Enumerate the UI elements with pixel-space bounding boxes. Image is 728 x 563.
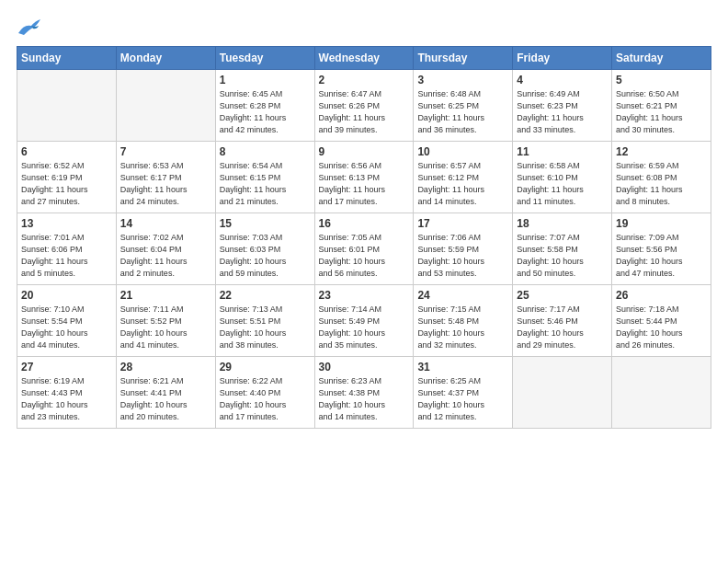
day-number: 15 <box>220 217 311 230</box>
day-info: Sunrise: 6:50 AM Sunset: 6:21 PM Dayligh… <box>616 88 707 136</box>
day-number: 11 <box>517 145 608 158</box>
calendar-cell: 5Sunrise: 6:50 AM Sunset: 6:21 PM Daylig… <box>612 70 711 142</box>
day-info: Sunrise: 7:06 AM Sunset: 5:59 PM Dayligh… <box>417 232 508 280</box>
day-number: 2 <box>319 74 410 86</box>
day-info: Sunrise: 6:47 AM Sunset: 6:26 PM Dayligh… <box>319 88 410 136</box>
logo-icon <box>17 17 42 37</box>
day-number: 27 <box>21 361 112 373</box>
calendar-cell: 26Sunrise: 7:18 AM Sunset: 5:44 PM Dayli… <box>612 285 711 357</box>
day-number: 26 <box>616 289 707 302</box>
calendar-cell: 12Sunrise: 6:59 AM Sunset: 6:08 PM Dayli… <box>612 142 711 213</box>
day-number: 3 <box>417 74 508 86</box>
day-info: Sunrise: 6:19 AM Sunset: 4:43 PM Dayligh… <box>21 375 112 423</box>
day-info: Sunrise: 6:22 AM Sunset: 4:40 PM Dayligh… <box>220 375 311 423</box>
calendar-cell: 13Sunrise: 7:01 AM Sunset: 6:06 PM Dayli… <box>17 213 117 285</box>
day-info: Sunrise: 6:59 AM Sunset: 6:08 PM Dayligh… <box>616 160 707 208</box>
col-header-monday: Monday <box>116 47 215 70</box>
day-info: Sunrise: 7:13 AM Sunset: 5:51 PM Dayligh… <box>220 304 311 351</box>
logo <box>17 17 46 37</box>
day-number: 25 <box>517 289 608 302</box>
calendar-cell: 2Sunrise: 6:47 AM Sunset: 6:26 PM Daylig… <box>314 70 414 142</box>
day-number: 19 <box>616 217 707 230</box>
day-number: 31 <box>417 361 508 373</box>
calendar-cell: 29Sunrise: 6:22 AM Sunset: 4:40 PM Dayli… <box>215 357 314 429</box>
calendar-cell: 4Sunrise: 6:49 AM Sunset: 6:23 PM Daylig… <box>513 70 612 142</box>
day-info: Sunrise: 7:18 AM Sunset: 5:44 PM Dayligh… <box>616 304 707 351</box>
calendar-cell: 23Sunrise: 7:14 AM Sunset: 5:49 PM Dayli… <box>314 285 414 357</box>
day-number: 18 <box>517 217 608 230</box>
calendar-cell: 7Sunrise: 6:53 AM Sunset: 6:17 PM Daylig… <box>116 142 215 213</box>
day-info: Sunrise: 6:23 AM Sunset: 4:38 PM Dayligh… <box>319 375 410 423</box>
day-info: Sunrise: 6:54 AM Sunset: 6:15 PM Dayligh… <box>220 160 311 208</box>
calendar-cell: 11Sunrise: 6:58 AM Sunset: 6:10 PM Dayli… <box>513 142 612 213</box>
calendar-cell: 17Sunrise: 7:06 AM Sunset: 5:59 PM Dayli… <box>414 213 513 285</box>
calendar-cell: 24Sunrise: 7:15 AM Sunset: 5:48 PM Dayli… <box>414 285 513 357</box>
day-info: Sunrise: 6:57 AM Sunset: 6:12 PM Dayligh… <box>417 160 508 208</box>
day-info: Sunrise: 7:17 AM Sunset: 5:46 PM Dayligh… <box>517 304 608 351</box>
calendar-cell: 14Sunrise: 7:02 AM Sunset: 6:04 PM Dayli… <box>116 213 215 285</box>
day-number: 9 <box>319 145 410 158</box>
day-info: Sunrise: 6:25 AM Sunset: 4:37 PM Dayligh… <box>417 375 508 423</box>
calendar-cell <box>116 70 215 142</box>
day-info: Sunrise: 6:56 AM Sunset: 6:13 PM Dayligh… <box>319 160 410 208</box>
col-header-thursday: Thursday <box>414 47 513 70</box>
day-number: 21 <box>120 289 211 302</box>
day-info: Sunrise: 7:09 AM Sunset: 5:56 PM Dayligh… <box>616 232 707 280</box>
day-number: 8 <box>220 145 311 158</box>
day-number: 22 <box>220 289 311 302</box>
day-number: 5 <box>616 74 707 86</box>
calendar-cell: 27Sunrise: 6:19 AM Sunset: 4:43 PM Dayli… <box>17 357 117 429</box>
day-number: 12 <box>616 145 707 158</box>
week-row-2: 6Sunrise: 6:52 AM Sunset: 6:19 PM Daylig… <box>17 142 711 213</box>
day-info: Sunrise: 6:48 AM Sunset: 6:25 PM Dayligh… <box>417 88 508 136</box>
col-header-friday: Friday <box>513 47 612 70</box>
calendar-cell <box>612 357 711 429</box>
day-info: Sunrise: 6:53 AM Sunset: 6:17 PM Dayligh… <box>120 160 211 208</box>
day-info: Sunrise: 7:15 AM Sunset: 5:48 PM Dayligh… <box>417 304 508 351</box>
day-number: 13 <box>21 217 112 230</box>
day-info: Sunrise: 7:11 AM Sunset: 5:52 PM Dayligh… <box>120 304 211 351</box>
calendar-cell: 25Sunrise: 7:17 AM Sunset: 5:46 PM Dayli… <box>513 285 612 357</box>
day-info: Sunrise: 6:45 AM Sunset: 6:28 PM Dayligh… <box>220 88 311 136</box>
calendar-cell: 28Sunrise: 6:21 AM Sunset: 4:41 PM Dayli… <box>116 357 215 429</box>
day-number: 4 <box>517 74 608 86</box>
calendar-cell: 21Sunrise: 7:11 AM Sunset: 5:52 PM Dayli… <box>116 285 215 357</box>
calendar-cell: 6Sunrise: 6:52 AM Sunset: 6:19 PM Daylig… <box>17 142 117 213</box>
week-row-1: 1Sunrise: 6:45 AM Sunset: 6:28 PM Daylig… <box>17 70 711 142</box>
calendar-cell: 20Sunrise: 7:10 AM Sunset: 5:54 PM Dayli… <box>17 285 117 357</box>
calendar-cell: 31Sunrise: 6:25 AM Sunset: 4:37 PM Dayli… <box>414 357 513 429</box>
col-header-tuesday: Tuesday <box>215 47 314 70</box>
day-info: Sunrise: 7:10 AM Sunset: 5:54 PM Dayligh… <box>21 304 112 351</box>
header <box>17 17 711 37</box>
calendar-cell: 22Sunrise: 7:13 AM Sunset: 5:51 PM Dayli… <box>215 285 314 357</box>
calendar-table: SundayMondayTuesdayWednesdayThursdayFrid… <box>17 46 711 429</box>
day-number: 6 <box>21 145 112 158</box>
day-number: 23 <box>319 289 410 302</box>
calendar-cell: 8Sunrise: 6:54 AM Sunset: 6:15 PM Daylig… <box>215 142 314 213</box>
day-number: 10 <box>417 145 508 158</box>
day-number: 24 <box>417 289 508 302</box>
calendar-cell: 30Sunrise: 6:23 AM Sunset: 4:38 PM Dayli… <box>314 357 414 429</box>
day-info: Sunrise: 6:21 AM Sunset: 4:41 PM Dayligh… <box>120 375 211 423</box>
day-info: Sunrise: 6:52 AM Sunset: 6:19 PM Dayligh… <box>21 160 112 208</box>
calendar-cell <box>17 70 117 142</box>
day-info: Sunrise: 7:07 AM Sunset: 5:58 PM Dayligh… <box>517 232 608 280</box>
calendar-cell: 9Sunrise: 6:56 AM Sunset: 6:13 PM Daylig… <box>314 142 414 213</box>
day-info: Sunrise: 7:03 AM Sunset: 6:03 PM Dayligh… <box>220 232 311 280</box>
col-header-sunday: Sunday <box>17 47 117 70</box>
day-info: Sunrise: 7:01 AM Sunset: 6:06 PM Dayligh… <box>21 232 112 280</box>
day-number: 30 <box>319 361 410 373</box>
calendar-cell: 18Sunrise: 7:07 AM Sunset: 5:58 PM Dayli… <box>513 213 612 285</box>
day-number: 20 <box>21 289 112 302</box>
calendar-header-row: SundayMondayTuesdayWednesdayThursdayFrid… <box>17 47 711 70</box>
day-info: Sunrise: 7:05 AM Sunset: 6:01 PM Dayligh… <box>319 232 410 280</box>
calendar-cell: 15Sunrise: 7:03 AM Sunset: 6:03 PM Dayli… <box>215 213 314 285</box>
day-number: 17 <box>417 217 508 230</box>
day-number: 7 <box>120 145 211 158</box>
day-number: 29 <box>220 361 311 373</box>
week-row-3: 13Sunrise: 7:01 AM Sunset: 6:06 PM Dayli… <box>17 213 711 285</box>
page: SundayMondayTuesdayWednesdayThursdayFrid… <box>0 0 728 438</box>
day-number: 28 <box>120 361 211 373</box>
day-info: Sunrise: 7:02 AM Sunset: 6:04 PM Dayligh… <box>120 232 211 280</box>
week-row-5: 27Sunrise: 6:19 AM Sunset: 4:43 PM Dayli… <box>17 357 711 429</box>
